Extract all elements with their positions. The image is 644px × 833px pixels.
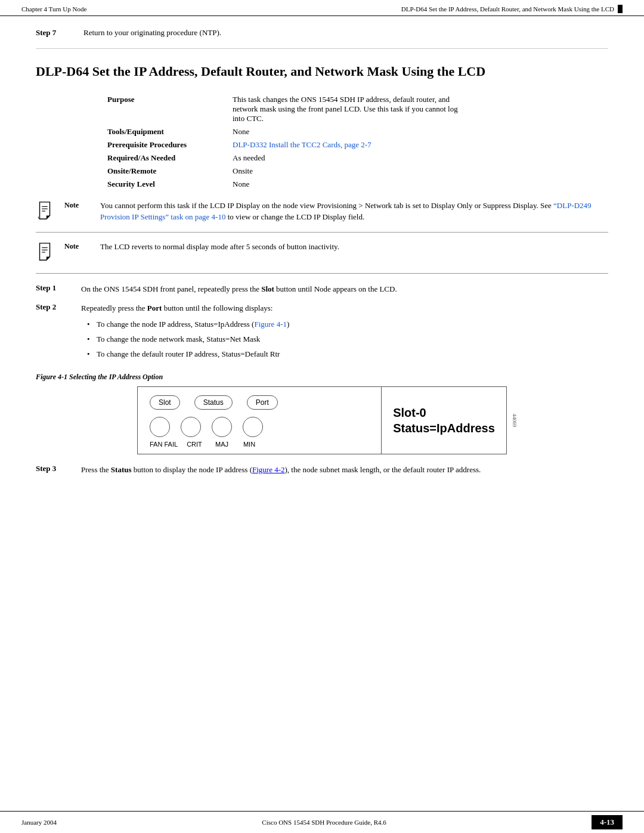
note-pencil-icon [36, 201, 54, 221]
step2-label: Step 2 [36, 302, 72, 364]
lcd-display-panel: Slot-0 Status=IpAddress [381, 387, 506, 454]
info-row-security: Security Level None [107, 179, 608, 189]
step2-content: Repeatedly press the Port button until t… [81, 302, 608, 364]
info-row-purpose: Purpose This task changes the ONS 15454 … [107, 95, 608, 123]
divider-note2 [36, 273, 608, 274]
slot-button[interactable]: Slot [150, 395, 180, 410]
steps-section: Step 1 On the ONS 15454 SDH front panel,… [36, 283, 608, 364]
note1-text: You cannot perform this task if the LCD … [100, 200, 608, 223]
figure-caption: Figure 4-1 Selecting the IP Address Opti… [36, 373, 608, 382]
note1-section: Note You cannot perform this task if the… [36, 200, 608, 224]
step1-block: Step 1 On the ONS 15454 SDH front panel,… [36, 283, 608, 296]
info-value-purpose: This task changes the ONS 15454 SDH IP a… [233, 95, 458, 123]
step7-row: Step 7 Return to your originating proced… [36, 28, 608, 38]
step3-label: Step 3 [36, 464, 72, 476]
note1-link[interactable]: “DLP-D249 Provision IP Settings” task on… [100, 201, 592, 222]
crit-label: CRIT [181, 441, 208, 448]
note1-label: Note [64, 200, 93, 210]
note2-text: The LCD reverts to normal display mode a… [100, 241, 608, 253]
bullet-ipaddress: To change the node IP address, Status=Ip… [87, 318, 608, 331]
fanfail-indicator [150, 417, 170, 437]
step1-label: Step 1 [36, 283, 72, 296]
prereq-link[interactable]: DLP-D332 Install the TCC2 Cards, page 2-… [233, 140, 371, 149]
info-label-purpose: Purpose [107, 95, 233, 123]
lcd-buttons-row: Slot Status Port [150, 395, 369, 410]
footer-title: Cisco ONS 15454 SDH Procedure Guide, R4.… [262, 819, 386, 826]
step3-content: Press the Status button to display the n… [81, 464, 608, 476]
info-row-prereq: Prerequisite Procedures DLP-D332 Install… [107, 140, 608, 150]
lcd-display-text: Slot-0 Status=IpAddress [393, 405, 495, 436]
min-indicator [243, 417, 263, 437]
info-value-onsite: Onsite [233, 166, 253, 176]
bullet-defaultrtr: To change the default router IP address,… [87, 348, 608, 361]
status-button[interactable]: Status [194, 395, 233, 410]
info-label-tools: Tools/Equipment [107, 127, 233, 137]
diagram-number: 44069 [512, 413, 518, 427]
maj-indicator [212, 417, 232, 437]
info-value-required: As needed [233, 153, 265, 163]
min-label: MIN [236, 441, 263, 448]
header-chapter: Chapter 4 Turn Up Node [21, 5, 86, 13]
main-title: DLP-D64 Set the IP Address, Default Rout… [36, 63, 608, 80]
note1-icon [36, 201, 57, 224]
step3-block: Step 3 Press the Status button to displa… [36, 464, 608, 476]
footer-date: January 2004 [21, 819, 57, 826]
lcd-diagram: Slot Status Port FAN FAIL CRIT MAJ MIN [137, 386, 507, 454]
info-row-onsite: Onsite/Remote Onsite [107, 166, 608, 176]
info-label-prereq: Prerequisite Procedures [107, 140, 233, 150]
info-label-required: Required/As Needed [107, 153, 233, 163]
fanfail-label: FAN FAIL [150, 441, 181, 448]
step1-content: On the ONS 15454 SDH front panel, repeat… [81, 283, 608, 296]
info-table: Purpose This task changes the ONS 15454 … [107, 95, 608, 189]
maj-label: MAJ [208, 441, 236, 448]
page-number: 4-13 [592, 815, 623, 829]
note2-icon [36, 242, 57, 265]
info-row-tools: Tools/Equipment None [107, 127, 608, 137]
lcd-labels-row: FAN FAIL CRIT MAJ MIN [150, 441, 369, 448]
main-content: Step 7 Return to your originating proced… [0, 16, 644, 531]
info-row-required: Required/As Needed As needed [107, 153, 608, 163]
port-button[interactable]: Port [247, 395, 278, 410]
lcd-left-panel: Slot Status Port FAN FAIL CRIT MAJ MIN [138, 387, 381, 454]
bullet-netmask: To change the node network mask, Status=… [87, 333, 608, 346]
step7-label: Step 7 [36, 28, 72, 38]
info-value-prereq: DLP-D332 Install the TCC2 Cards, page 2-… [233, 140, 371, 150]
note2-label: Note [64, 241, 93, 251]
step2-bullets: To change the node IP address, Status=Ip… [87, 318, 608, 360]
header-title: DLP-D64 Set the IP Address, Default Rout… [401, 5, 614, 13]
info-label-security: Security Level [107, 179, 233, 189]
figure4-1-link[interactable]: Figure 4-1 [254, 320, 287, 329]
page-header: Chapter 4 Turn Up Node DLP-D64 Set the I… [0, 0, 644, 16]
note2-pencil-icon [36, 242, 54, 262]
step2-block: Step 2 Repeatedly press the Port button … [36, 302, 608, 364]
crit-indicator [181, 417, 201, 437]
lcd-line2: Status=IpAddress [393, 420, 495, 436]
lcd-circles-row [150, 417, 369, 437]
note2-section: Note The LCD reverts to normal display m… [36, 241, 608, 265]
divider-1 [36, 48, 608, 49]
info-label-onsite: Onsite/Remote [107, 166, 233, 176]
info-value-security: None [233, 179, 249, 189]
lcd-line1: Slot-0 [393, 405, 495, 420]
divider-note1 [36, 232, 608, 233]
step7-text: Return to your originating procedure (NT… [83, 28, 221, 38]
header-bar-icon [618, 5, 623, 13]
figure4-2-link[interactable]: Figure 4-2 [252, 465, 285, 474]
page-footer: January 2004 Cisco ONS 15454 SDH Procedu… [0, 811, 644, 833]
info-value-tools: None [233, 127, 249, 137]
